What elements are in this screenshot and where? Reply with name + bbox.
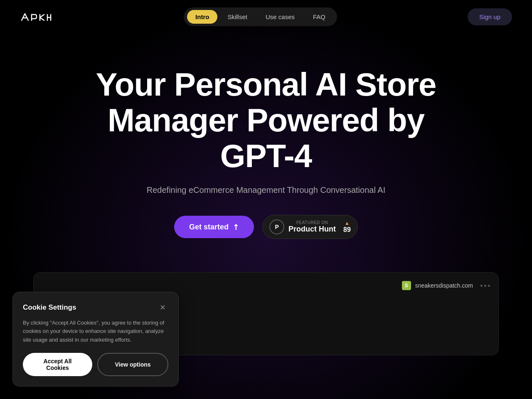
product-hunt-text: FEATURED ON Product Hunt [288, 220, 336, 234]
cookie-body: By clicking "Accept All Cookies", you ag… [23, 319, 168, 345]
nav-skillset[interactable]: Skillset [219, 10, 256, 24]
product-hunt-votes: ▲ 89 [343, 220, 351, 234]
hero-subtitle: Redefining eCommerce Management Through … [147, 185, 385, 195]
nav-tabs: Intro Skillset Use cases FAQ [184, 7, 337, 26]
dot-2 [484, 285, 486, 287]
cookie-actions: Accept All Cookies View options [23, 353, 168, 376]
cookie-close-button[interactable]: ✕ [157, 302, 168, 313]
cookie-banner: Cookie Settings ✕ By clicking "Accept Al… [12, 292, 179, 387]
cookie-title: Cookie Settings [23, 303, 76, 312]
hero-title: Your Personal AI Store Manager Powered b… [79, 67, 453, 174]
dot-3 [488, 285, 490, 287]
preview-domain: sneakersdispatch.com [415, 282, 473, 289]
get-started-label: Get started [189, 223, 229, 232]
hero-actions: Get started ↗ P FEATURED ON Product Hunt… [174, 215, 358, 239]
get-started-button[interactable]: Get started ↗ [174, 216, 254, 238]
product-hunt-logo: P [269, 219, 284, 234]
upvote-count: 89 [343, 226, 351, 234]
preview-header: S sneakersdispatch.com [402, 281, 490, 290]
upvote-arrow-icon: ▲ [345, 220, 350, 226]
nav-use-cases[interactable]: Use cases [257, 10, 303, 24]
navbar: Intro Skillset Use cases FAQ Sign up [0, 0, 532, 34]
product-hunt-badge[interactable]: P FEATURED ON Product Hunt ▲ 89 [262, 215, 358, 239]
accept-cookies-button[interactable]: Accept All Cookies [23, 353, 92, 376]
view-options-button[interactable]: View options [97, 353, 168, 376]
arrow-icon: ↗ [231, 222, 241, 232]
preview-menu-dots[interactable] [480, 285, 490, 287]
logo [20, 11, 53, 23]
dot-1 [480, 285, 483, 287]
hero-section: Your Personal AI Store Manager Powered b… [0, 34, 532, 256]
shopify-icon: S [402, 281, 411, 290]
cookie-header: Cookie Settings ✕ [23, 302, 168, 313]
nav-intro[interactable]: Intro [187, 10, 217, 24]
product-hunt-name: Product Hunt [288, 225, 336, 234]
nav-faq[interactable]: FAQ [305, 10, 334, 24]
product-hunt-featured: FEATURED ON [288, 220, 336, 225]
signup-button[interactable]: Sign up [468, 8, 512, 25]
